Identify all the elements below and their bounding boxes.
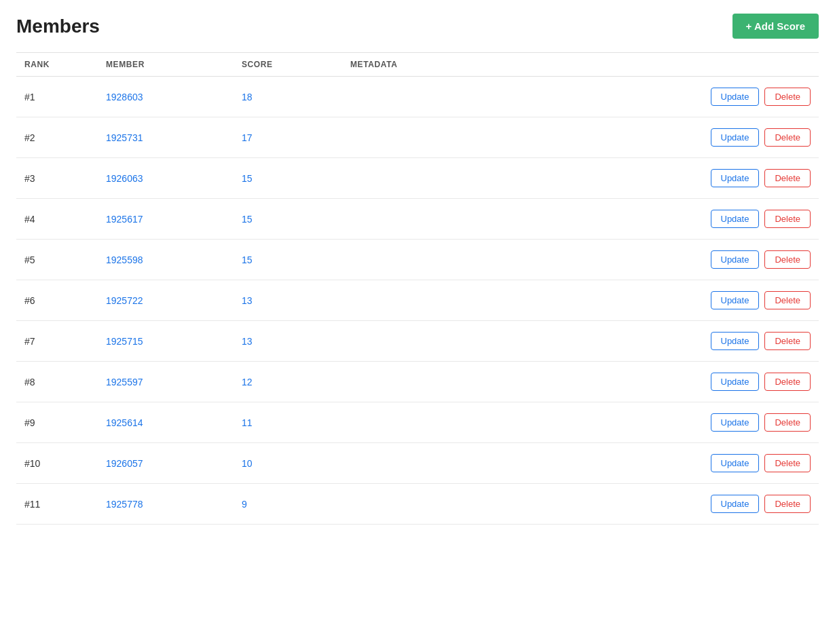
delete-button[interactable]: Delete [764,495,811,513]
header-rank: RANK [24,60,106,69]
cell-score: 15 [242,254,350,265]
table-row: #6 1925722 13 Update Delete [16,280,819,321]
cell-actions: Update Delete [675,373,811,391]
update-button[interactable]: Update [711,250,760,269]
header-metadata: METADATA [350,60,675,69]
cell-score: 13 [242,336,350,347]
cell-member: 1925617 [106,214,242,225]
cell-member: 1926063 [106,173,242,184]
cell-score: 10 [242,458,350,469]
cell-rank: #9 [24,417,106,428]
update-button[interactable]: Update [711,128,760,147]
header-actions [675,60,811,69]
cell-actions: Update Delete [675,332,811,350]
cell-member: 1925598 [106,254,242,265]
page-header: Members + Add Score [16,14,819,39]
cell-actions: Update Delete [675,169,811,187]
cell-actions: Update Delete [675,454,811,472]
table-row: #8 1925597 12 Update Delete [16,362,819,402]
cell-rank: #10 [24,458,106,469]
cell-rank: #4 [24,214,106,225]
cell-actions: Update Delete [675,495,811,513]
delete-button[interactable]: Delete [764,88,811,106]
cell-actions: Update Delete [675,128,811,147]
table-row: #10 1926057 10 Update Delete [16,443,819,484]
cell-member: 1925614 [106,417,242,428]
add-score-button[interactable]: + Add Score [732,14,819,39]
cell-actions: Update Delete [675,413,811,432]
update-button[interactable]: Update [711,373,760,391]
update-button[interactable]: Update [711,495,760,513]
header-member: MEMBER [106,60,242,69]
cell-rank: #8 [24,377,106,387]
table-row: #9 1925614 11 Update Delete [16,402,819,443]
cell-actions: Update Delete [675,250,811,269]
page-title: Members [16,16,100,37]
cell-score: 12 [242,377,350,387]
cell-rank: #5 [24,254,106,265]
delete-button[interactable]: Delete [764,169,811,187]
cell-score: 17 [242,132,350,143]
table-row: #7 1925715 13 Update Delete [16,321,819,362]
cell-member: 1925731 [106,132,242,143]
cell-member: 1926057 [106,458,242,469]
delete-button[interactable]: Delete [764,373,811,391]
delete-button[interactable]: Delete [764,454,811,472]
cell-rank: #2 [24,132,106,143]
update-button[interactable]: Update [711,332,760,350]
delete-button[interactable]: Delete [764,332,811,350]
update-button[interactable]: Update [711,413,760,432]
members-table: RANK MEMBER SCORE METADATA #1 1928603 18… [16,52,819,525]
cell-actions: Update Delete [675,88,811,106]
cell-rank: #7 [24,336,106,347]
cell-score: 11 [242,417,350,428]
table-row: #11 1925778 9 Update Delete [16,484,819,525]
cell-score: 18 [242,92,350,102]
cell-rank: #11 [24,499,106,510]
cell-rank: #3 [24,173,106,184]
table-row: #5 1925598 15 Update Delete [16,240,819,280]
page-container: Members + Add Score RANK MEMBER SCORE ME… [0,0,835,644]
delete-button[interactable]: Delete [764,250,811,269]
cell-rank: #1 [24,92,106,102]
update-button[interactable]: Update [711,454,760,472]
table-body: #1 1928603 18 Update Delete #2 1925731 1… [16,77,819,525]
update-button[interactable]: Update [711,210,760,228]
cell-member: 1925597 [106,377,242,387]
delete-button[interactable]: Delete [764,291,811,309]
cell-score: 15 [242,214,350,225]
update-button[interactable]: Update [711,169,760,187]
cell-member: 1925778 [106,499,242,510]
delete-button[interactable]: Delete [764,413,811,432]
table-row: #4 1925617 15 Update Delete [16,199,819,240]
cell-score: 13 [242,295,350,306]
cell-actions: Update Delete [675,291,811,309]
cell-member: 1925715 [106,336,242,347]
header-score: SCORE [242,60,350,69]
cell-rank: #6 [24,295,106,306]
delete-button[interactable]: Delete [764,128,811,147]
cell-score: 9 [242,499,350,510]
update-button[interactable]: Update [711,291,760,309]
cell-score: 15 [242,173,350,184]
cell-member: 1928603 [106,92,242,102]
table-row: #3 1926063 15 Update Delete [16,158,819,199]
cell-member: 1925722 [106,295,242,306]
cell-actions: Update Delete [675,210,811,228]
table-header: RANK MEMBER SCORE METADATA [16,53,819,77]
table-row: #2 1925731 17 Update Delete [16,117,819,158]
table-row: #1 1928603 18 Update Delete [16,77,819,117]
delete-button[interactable]: Delete [764,210,811,228]
update-button[interactable]: Update [711,88,760,106]
